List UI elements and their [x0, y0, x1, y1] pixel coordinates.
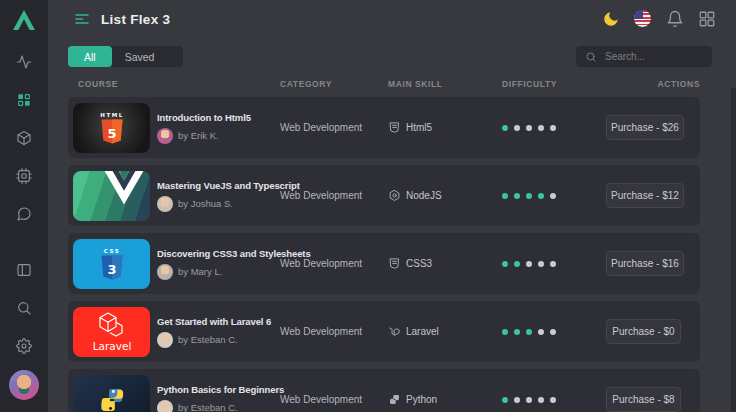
- svg-text:HTML: HTML: [100, 112, 123, 118]
- difficulty-dot-filled: [514, 261, 520, 267]
- table-header: COURSE CATEGORY MAIN SKILL DIFFICULTY AC…: [68, 79, 700, 89]
- purchase-button[interactable]: Purchase - $26: [606, 115, 684, 140]
- difficulty-dots: [502, 125, 606, 131]
- purchase-button[interactable]: Purchase - $8: [606, 387, 681, 412]
- course-skill: Python: [388, 393, 502, 406]
- difficulty-dots: [502, 397, 606, 403]
- menu-icon[interactable]: [74, 11, 90, 27]
- python-icon: [388, 393, 401, 406]
- cpu-icon[interactable]: [16, 168, 32, 184]
- css3-logo: CSS3: [73, 239, 150, 289]
- course-list: HTML5 Introduction to Html5 by Erik K. W…: [68, 97, 700, 412]
- sidebar-footer: [16, 262, 32, 354]
- actions-cell: Purchase - $16: [606, 251, 684, 276]
- settings-icon[interactable]: [16, 338, 32, 354]
- search-box[interactable]: [576, 46, 712, 67]
- author-avatar: [157, 332, 173, 348]
- difficulty-dot-filled: [526, 193, 532, 199]
- difficulty-dot-filled: [514, 193, 520, 199]
- svg-text:Laravel: Laravel: [92, 340, 131, 352]
- scrollbar[interactable]: [731, 88, 736, 412]
- author-avatar: [157, 128, 173, 144]
- course-category: Web Development: [280, 394, 388, 405]
- difficulty-dots: [502, 261, 606, 267]
- difficulty-dot-empty: [550, 397, 556, 403]
- skill-name: NodeJS: [406, 190, 442, 201]
- difficulty-dot-empty: [526, 261, 532, 267]
- difficulty-dot-empty: [538, 125, 544, 131]
- course-info: Python Basics for Beginners by Esteban C…: [157, 384, 280, 412]
- python-logo: [73, 375, 150, 412]
- bell-icon[interactable]: [666, 10, 684, 28]
- tab-all[interactable]: All: [68, 46, 112, 67]
- difficulty-dot-empty: [526, 125, 532, 131]
- skill-name: CSS3: [406, 258, 432, 269]
- svg-text:3: 3: [107, 261, 116, 276]
- skill-name: Laravel: [406, 326, 439, 337]
- course-title: Get Started with Laravel 6: [157, 316, 280, 327]
- difficulty-dot-filled: [502, 125, 508, 131]
- difficulty-dot-empty: [514, 125, 520, 131]
- actions-cell: Purchase - $26: [606, 115, 684, 140]
- moon-icon[interactable]: [602, 10, 620, 28]
- table-row[interactable]: Laravel Get Started with Laravel 6 by Es…: [68, 301, 700, 362]
- tab-saved[interactable]: Saved: [112, 46, 168, 67]
- difficulty-dot-filled: [502, 193, 508, 199]
- layout-icon[interactable]: [16, 262, 32, 278]
- author-avatar: [157, 264, 173, 280]
- table-row[interactable]: CSS3 Discovering CSS3 and Stylesheets by…: [68, 233, 700, 294]
- course-title: Introduction to Html5: [157, 112, 280, 123]
- laravel-logo: Laravel: [73, 307, 150, 357]
- difficulty-dot-empty: [514, 397, 520, 403]
- actions-cell: Purchase - $8: [606, 387, 681, 412]
- course-author: by Joshua S.: [178, 198, 233, 209]
- course-info: Mastering VueJS and Typescript by Joshua…: [157, 180, 280, 212]
- table-row[interactable]: HTML5 Introduction to Html5 by Erik K. W…: [68, 97, 700, 158]
- course-title: Python Basics for Beginners: [157, 384, 280, 395]
- course-title: Discovering CSS3 and Stylesheets: [157, 248, 280, 259]
- purchase-button[interactable]: Purchase - $16: [606, 251, 684, 276]
- dashboard-grid-icon[interactable]: [16, 92, 32, 108]
- difficulty-dot-empty: [550, 193, 556, 199]
- brand-triangle-logo: [12, 9, 36, 31]
- difficulty-dot-empty: [526, 397, 532, 403]
- user-avatar[interactable]: [9, 370, 39, 400]
- filter-tabs: AllSaved: [68, 46, 183, 67]
- topbar-actions: [602, 10, 716, 28]
- html5-icon: [388, 121, 401, 134]
- chat-icon[interactable]: [16, 206, 32, 222]
- difficulty-dot-filled: [538, 193, 544, 199]
- difficulty-dot-empty: [538, 329, 544, 335]
- us-flag-icon[interactable]: [634, 10, 652, 28]
- course-category: Web Development: [280, 122, 388, 133]
- toolbar: AllSaved: [68, 46, 712, 67]
- page-title: List Flex 3: [101, 12, 170, 27]
- activity-icon[interactable]: [16, 54, 32, 70]
- course-title: Mastering VueJS and Typescript: [157, 180, 280, 191]
- search-input[interactable]: [603, 50, 703, 63]
- difficulty-dots: [502, 193, 606, 199]
- purchase-button[interactable]: Purchase - $0: [606, 319, 681, 344]
- course-author: by Mary L.: [178, 266, 222, 277]
- thumbnail-cell: [68, 375, 157, 412]
- search-icon[interactable]: [16, 300, 32, 316]
- apps-grid-icon[interactable]: [698, 10, 716, 28]
- column-header-category: CATEGORY: [280, 79, 388, 89]
- column-header-actions: ACTIONS: [606, 79, 700, 89]
- nodejs-icon: [388, 189, 401, 202]
- column-header-course: COURSE: [68, 79, 280, 89]
- course-info: Discovering CSS3 and Stylesheets by Mary…: [157, 248, 280, 280]
- difficulty-dot-filled: [526, 329, 532, 335]
- svg-text:CSS: CSS: [103, 248, 119, 254]
- table-row[interactable]: Mastering VueJS and Typescript by Joshua…: [68, 165, 700, 226]
- course-category: Web Development: [280, 258, 388, 269]
- cube-icon[interactable]: [16, 130, 32, 146]
- course-info: Get Started with Laravel 6 by Esteban C.: [157, 316, 280, 348]
- difficulty-dot-empty: [550, 329, 556, 335]
- table-row[interactable]: Python Basics for Beginners by Esteban C…: [68, 369, 700, 412]
- course-category: Web Development: [280, 326, 388, 337]
- author-avatar: [157, 400, 173, 412]
- thumbnail-cell: CSS3: [68, 239, 157, 289]
- difficulty-dot-empty: [550, 261, 556, 267]
- purchase-button[interactable]: Purchase - $12: [606, 183, 684, 208]
